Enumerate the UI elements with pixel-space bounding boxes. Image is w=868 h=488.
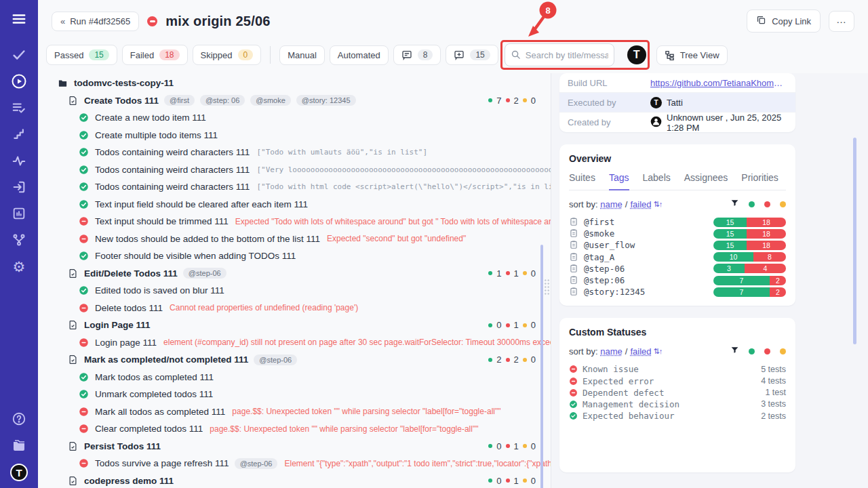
gear-icon[interactable]: ⚙ (11, 258, 27, 274)
passed-legend-dot[interactable] (749, 348, 755, 354)
test-row[interactable]: Create multiple todo items 111 (78, 127, 551, 144)
tab-labels[interactable]: Labels (643, 172, 671, 190)
activity-icon[interactable] (11, 152, 27, 169)
failed-legend-dot[interactable] (764, 201, 770, 207)
tag-chip[interactable]: @smoke (250, 95, 291, 106)
passed-legend-dot[interactable] (749, 201, 755, 207)
suite-row[interactable]: Create Todos 111@first@step: 06@smoke@st… (67, 92, 551, 110)
tag-chip[interactable]: @step-06 (254, 354, 297, 365)
sort-by-failed-link[interactable]: failed (630, 199, 651, 209)
sort-by-name-link[interactable]: name (600, 346, 623, 357)
folder-row[interactable]: todomvc-tests-copy-11 (57, 75, 551, 92)
sort-by-failed-link[interactable]: failed (630, 346, 651, 357)
tag-chip[interactable]: @step-06 (235, 458, 278, 469)
tag-stat-row[interactable]: @step:0672 (569, 274, 786, 286)
workspace-logo[interactable]: T (10, 464, 28, 481)
tab-tags[interactable]: Tags (609, 172, 629, 190)
projects-folder-icon[interactable] (11, 437, 27, 453)
test-row[interactable]: Todos survive a page refresh 111@step-06… (78, 455, 551, 472)
comments-filter-button[interactable]: 8 (393, 45, 441, 65)
list-check-icon[interactable] (11, 100, 27, 116)
test-row[interactable]: Create a new todo item 111 (78, 109, 551, 127)
tag-stat-row[interactable]: @user_flow1518 (569, 239, 786, 251)
skipped-legend-dot[interactable] (780, 348, 786, 354)
tag-stat-row[interactable]: @story:1234572 (569, 286, 786, 298)
failed-dot (506, 98, 510, 102)
custom-status-row[interactable]: Known issue5 tests (569, 363, 786, 375)
tree-view-button[interactable]: Tree View (656, 45, 728, 65)
test-row[interactable]: Delete todos 111Cannot read properties o… (78, 300, 551, 317)
test-row[interactable]: Edited todo is saved on blur 111 (78, 282, 551, 300)
skipped-count: 0 (531, 320, 536, 330)
suite-row[interactable]: Mark as completed/not completed 111@step… (67, 351, 551, 369)
suite-row[interactable]: Edit/Delete Todos 111@step-06110 (67, 265, 551, 283)
tag-name: @user_flow (584, 240, 713, 250)
test-error-text: Cannot read properties of undefined (rea… (170, 303, 358, 312)
report-chart-icon[interactable] (11, 205, 27, 222)
copy-icon (756, 15, 766, 27)
user-avatar[interactable]: T (627, 45, 646, 64)
filter-chip-failed[interactable]: Failed18 (122, 45, 188, 65)
custom-status-row[interactable]: Expected error4 tests (569, 375, 786, 387)
test-row[interactable]: Mark todos as completed 111 (78, 369, 551, 386)
tag-chip[interactable]: @story: 12345 (296, 95, 356, 106)
failed-dot (506, 358, 510, 362)
panel-resize-handle[interactable] (544, 279, 550, 296)
play-circle-icon[interactable] (11, 73, 27, 89)
suite-row[interactable]: Login Page 111010 (67, 317, 551, 334)
details-scrollbar[interactable] (853, 138, 856, 344)
tab-assignees[interactable]: Assignees (684, 172, 728, 190)
tree-scrollbar[interactable] (540, 245, 543, 488)
test-row[interactable]: Unmark completed todos 111 (78, 386, 551, 403)
check-icon[interactable] (11, 47, 27, 63)
filter-chip-passed[interactable]: Passed15 (46, 45, 117, 65)
tag-chip[interactable]: @step: 06 (200, 95, 245, 106)
test-row[interactable]: Mark all todos as completed 111page.$$: … (78, 403, 551, 421)
copy-link-button[interactable]: Copy Link (747, 9, 821, 33)
test-row[interactable]: Text input field should be cleared after… (78, 196, 551, 214)
test-row[interactable]: Todos containing weird characters 111["T… (78, 178, 551, 196)
tag-stat-row[interactable]: @smoke1518 (569, 228, 786, 239)
menu-icon[interactable] (11, 11, 27, 27)
suite-row[interactable]: Persist Todos 111010 (67, 438, 551, 455)
help-icon[interactable] (11, 411, 27, 427)
test-row[interactable]: New todos should be added to the bottom … (78, 230, 551, 248)
tag-stat-row[interactable]: @tag_A108 (569, 251, 786, 263)
tag-name: @story:12345 (584, 287, 713, 297)
test-row[interactable]: Clear completed todos 111page.$$: Unexpe… (78, 420, 551, 438)
test-row[interactable]: Todos containing weird characters 111["V… (78, 161, 551, 179)
tag-stat-row[interactable]: @first1518 (569, 216, 786, 228)
filter-funnel-icon[interactable] (730, 199, 739, 209)
build-url-link[interactable]: https://github.com/TetianaKhomenko/Load-… (650, 78, 787, 88)
filter-chip-manual[interactable]: Manual (279, 45, 325, 65)
tag-chip[interactable]: @first (164, 95, 195, 106)
passed-test-icon (78, 285, 90, 296)
filter-chip-automated[interactable]: Automated (330, 45, 389, 65)
filter-chip-skipped[interactable]: Skipped0 (193, 45, 262, 65)
tab-suites[interactable]: Suites (569, 172, 595, 190)
sort-by-name-link[interactable]: name (600, 199, 623, 209)
import-icon[interactable] (11, 179, 27, 195)
custom-status-row[interactable]: Dependent defect1 test (569, 387, 786, 399)
suite-row[interactable]: codepress demo 111010 (67, 472, 551, 488)
filter-funnel-icon[interactable] (730, 346, 739, 357)
tab-priorities[interactable]: Priorities (741, 172, 778, 190)
custom-status-row[interactable]: Management decision3 tests (569, 399, 786, 410)
search-input[interactable] (505, 43, 614, 66)
test-row[interactable]: Footer should be visible when adding TOD… (78, 247, 551, 265)
test-row[interactable]: Login page 111element (#company_id) stil… (78, 334, 551, 352)
branch-icon[interactable] (11, 232, 27, 248)
test-row[interactable]: Todos containing weird characters 111["T… (78, 144, 551, 161)
skipped-legend-dot[interactable] (780, 201, 786, 207)
failed-dot (506, 479, 510, 483)
more-actions-button[interactable]: … (829, 11, 854, 32)
steps-icon[interactable] (11, 126, 27, 142)
tag-failed-count: 2 (770, 287, 786, 297)
test-row[interactable]: Text input should be trimmed 111Expected… (78, 213, 551, 230)
tag-chip[interactable]: @step-06 (183, 268, 226, 279)
attachments-filter-button[interactable]: 15 (446, 45, 498, 65)
custom-status-row[interactable]: Expected behaviour2 tests (569, 410, 786, 422)
failed-legend-dot[interactable] (764, 348, 770, 354)
back-to-run-button[interactable]: « Run #4df32565 (52, 12, 139, 31)
tag-stat-row[interactable]: @step-0634 (569, 263, 786, 274)
